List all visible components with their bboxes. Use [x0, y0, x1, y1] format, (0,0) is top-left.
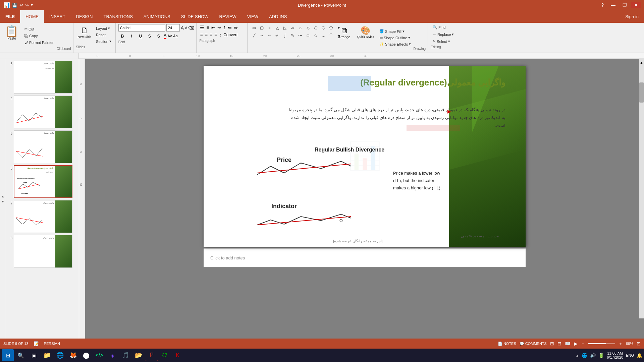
- slide-editor[interactable]: -5 0 5 10 ▲ 📊 واگرایی معمولی(Regular div…: [79, 59, 644, 339]
- ltr-button[interactable]: ⇛: [233, 24, 238, 31]
- chrome-btn[interactable]: ⬤: [80, 349, 92, 361]
- start-button[interactable]: ⊞: [2, 349, 14, 361]
- slide-body-text[interactable]: در روند نزولی هنگامیکه در نمودار قیمتی، …: [284, 106, 505, 129]
- comments-button[interactable]: 💬 COMMENTS: [520, 342, 547, 346]
- draw-doublearrow-icon[interactable]: ↔: [266, 32, 273, 39]
- align-center-button[interactable]: ≡: [204, 32, 208, 38]
- sign-in-button[interactable]: Sign in: [620, 10, 644, 23]
- draw-oval-icon[interactable]: ○: [266, 24, 273, 32]
- paste-button[interactable]: 📋 Paste: [2, 24, 21, 42]
- view-reading-icon[interactable]: 📖: [565, 341, 571, 346]
- volume-icon[interactable]: 🔊: [590, 353, 596, 358]
- increase-indent-button[interactable]: ⇥: [217, 24, 222, 31]
- draw-right-triangle-icon[interactable]: ◺: [281, 24, 288, 32]
- zoom-in-btn[interactable]: ＋: [619, 341, 623, 347]
- close-button[interactable]: ✕: [631, 2, 641, 8]
- draw-isosceles-icon[interactable]: △: [273, 24, 281, 32]
- notifications-icon[interactable]: 🔔: [637, 353, 642, 358]
- kaspersky-btn[interactable]: 🛡: [159, 349, 171, 361]
- copy-button[interactable]: ⿻ Copy: [22, 33, 56, 39]
- draw-parallelogram-icon[interactable]: ▱: [289, 24, 296, 32]
- draw-line-icon[interactable]: ╱: [250, 32, 258, 39]
- thumbnail-item-4[interactable]: 4 واگرایی معمولی: [8, 96, 77, 128]
- slide-diagram[interactable]: Price Indicator: [230, 155, 448, 247]
- section-button[interactable]: Section▾: [94, 38, 113, 45]
- search-button[interactable]: 🔍: [15, 349, 27, 361]
- select-button[interactable]: ↖ Select▾: [431, 38, 456, 45]
- draw-diamond-icon[interactable]: ◇: [304, 24, 312, 32]
- draw-arrow-icon[interactable]: →: [258, 32, 265, 39]
- scrollbar-thumb[interactable]: [639, 82, 644, 103]
- draw-pentagon-icon[interactable]: ⬠: [312, 24, 319, 32]
- font-size-increase[interactable]: A: [181, 25, 184, 31]
- shape-effects-button[interactable]: ✨ Shape Effects▾: [378, 41, 412, 47]
- help-button[interactable]: ?: [598, 2, 606, 8]
- quick-undo[interactable]: ↩: [19, 3, 23, 8]
- draw-rounded-rect-icon[interactable]: ▢: [258, 24, 265, 32]
- spell-check-icon[interactable]: 📝: [34, 341, 39, 346]
- file-explorer-btn[interactable]: 📁: [41, 349, 53, 361]
- powerpoint-taskbar-btn[interactable]: P: [146, 349, 158, 361]
- rtl-button[interactable]: ⇚: [227, 24, 232, 31]
- language-icon[interactable]: ENG: [626, 353, 634, 357]
- reset-button[interactable]: Reset: [94, 32, 113, 38]
- thumbnail-item-5[interactable]: 5 واگرایی معمولی: [8, 130, 77, 163]
- line-spacing-button[interactable]: ↕: [218, 32, 222, 38]
- slide-canvas[interactable]: 📊 واگرایی معمولی(Regular divergence) در …: [204, 66, 526, 247]
- draw-freeform-icon[interactable]: ✎: [289, 32, 296, 39]
- quick-redo[interactable]: ↪: [25, 3, 29, 8]
- new-slide-button[interactable]: 🗋 New Slide: [76, 24, 93, 40]
- tab-home[interactable]: HOME: [20, 10, 44, 23]
- restore-button[interactable]: ❐: [620, 2, 630, 8]
- tab-view[interactable]: VIEW: [242, 10, 264, 23]
- draw-flowchart1-icon[interactable]: □: [304, 32, 312, 39]
- vertical-scrollbar[interactable]: [639, 66, 644, 318]
- minimize-button[interactable]: —: [608, 2, 618, 8]
- replace-button[interactable]: ↔ Replace▾: [431, 31, 456, 38]
- view-normal-icon[interactable]: ⊞: [550, 341, 554, 346]
- zoom-level[interactable]: 66%: [626, 342, 633, 346]
- left-nav-up[interactable]: ▲: [1, 194, 5, 198]
- edge-btn[interactable]: 🌐: [54, 349, 66, 361]
- tab-transitions[interactable]: TRANSITIONS: [98, 10, 138, 23]
- italic-button[interactable]: I: [127, 32, 136, 40]
- thumbnail-item-8[interactable]: 8 واگرایی معمولی: [8, 235, 77, 268]
- quick-styles-button[interactable]: 🎨 Quick Styles: [354, 24, 377, 51]
- font-size-input[interactable]: 24: [166, 24, 180, 32]
- app2-btn[interactable]: K: [172, 349, 184, 361]
- change-case-button[interactable]: Aa: [173, 34, 177, 38]
- view-slide-sorter-icon[interactable]: ⊟: [557, 341, 561, 346]
- notes-button[interactable]: 📄 NOTES: [498, 342, 516, 346]
- zoom-out-btn[interactable]: －: [581, 341, 585, 347]
- draw-heptagon-icon[interactable]: ⬠: [327, 24, 335, 32]
- font-name-input[interactable]: Calibri: [118, 24, 165, 32]
- format-painter-button[interactable]: 🖌 Format Painter: [22, 40, 56, 46]
- justify-button[interactable]: ≡: [214, 32, 218, 38]
- slide-title[interactable]: واگرایی معمولی(Regular divergence): [281, 77, 505, 88]
- language-indicator[interactable]: PERSIAN: [44, 342, 60, 346]
- align-left-button[interactable]: ≡: [199, 32, 203, 38]
- quick-save[interactable]: 💾: [12, 3, 17, 8]
- char-spacing-button[interactable]: AV: [167, 34, 172, 38]
- vs-btn[interactable]: ◈: [106, 349, 118, 361]
- font-size-decrease[interactable]: A: [185, 26, 187, 30]
- thumbnail-item-3[interactable]: 3 واگرایی معمولی متن توضیحات...: [8, 61, 77, 94]
- tab-animations[interactable]: ANIMATIONS: [138, 10, 176, 23]
- draw-scribble-icon[interactable]: 〜: [297, 32, 304, 39]
- find-button[interactable]: 🔍 Find: [431, 24, 456, 31]
- layout-button[interactable]: Layout▾: [94, 25, 113, 32]
- notes-area[interactable]: Click to add notes: [204, 248, 526, 267]
- scroll-up-btn[interactable]: ▲: [639, 59, 644, 66]
- slide-chart-title[interactable]: Regular Bullish Divergence: [254, 147, 445, 153]
- tab-addins[interactable]: ADD-INS: [264, 10, 292, 23]
- dev-btn[interactable]: </>: [93, 349, 105, 361]
- tab-design[interactable]: DESIGN: [71, 10, 98, 23]
- quick-customize[interactable]: ▾: [31, 3, 33, 7]
- thumbnail-item-6[interactable]: 6 واگرایی معمولی(Regular divergence) در …: [8, 165, 77, 198]
- tab-insert[interactable]: INSERT: [44, 10, 70, 23]
- align-right-button[interactable]: ≡: [209, 32, 213, 38]
- smartart-button[interactable]: Convert: [223, 32, 238, 38]
- battery-icon[interactable]: 🔋: [598, 353, 604, 358]
- columns-button[interactable]: ⫶: [223, 24, 226, 31]
- underline-button[interactable]: U: [137, 32, 145, 40]
